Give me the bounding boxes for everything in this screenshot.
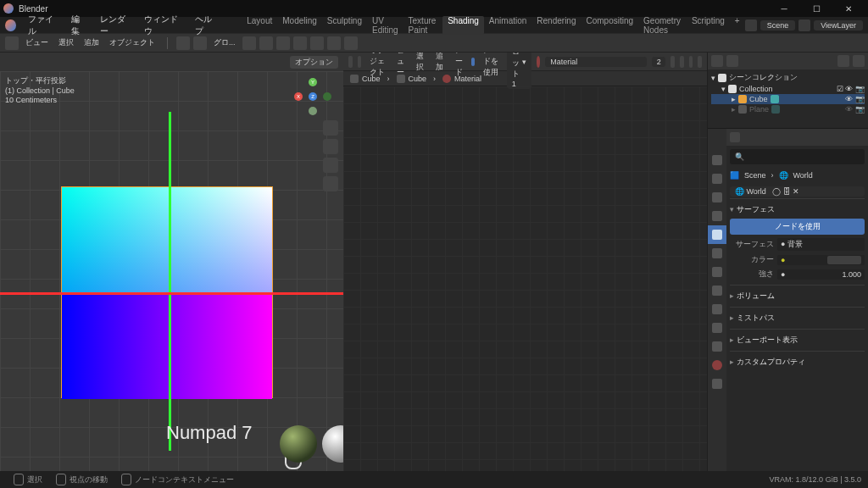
mat-pin-icon[interactable]: [670, 56, 675, 68]
world-strength[interactable]: ●1.000: [777, 269, 865, 280]
ptab-particles[interactable]: [708, 281, 726, 300]
ne-menu-select[interactable]: 選択: [413, 53, 427, 73]
move-icon[interactable]: [323, 139, 338, 154]
tab-modeling[interactable]: Modeling: [277, 16, 322, 35]
misc3-icon[interactable]: [344, 36, 358, 50]
options-button[interactable]: オプション: [290, 56, 338, 69]
menu-window[interactable]: ウィンドウ: [137, 14, 189, 37]
tab-shading[interactable]: Shading: [442, 16, 484, 35]
tab-compositing[interactable]: Compositing: [581, 16, 638, 35]
camera-icon[interactable]: [323, 158, 338, 173]
world-datablock[interactable]: 🌐 World ◯ 🗄 ✕: [730, 186, 865, 197]
outliner-cube[interactable]: ▸Cube👁 📷: [711, 94, 865, 104]
outliner-funnel-icon[interactable]: [853, 55, 865, 67]
world-color[interactable]: ●: [777, 255, 865, 265]
use-nodes-check[interactable]: [471, 58, 474, 66]
mat-users[interactable]: 2: [652, 57, 665, 67]
scene-icon: [745, 19, 757, 31]
ptab-material[interactable]: [708, 356, 726, 374]
surface-shader[interactable]: ● 背景: [777, 238, 865, 251]
viewlayer-icon: [798, 19, 810, 31]
ptab-constraints[interactable]: [708, 319, 726, 337]
panel-custom[interactable]: カスタムプロパティ: [730, 355, 865, 369]
outliner-type-icon[interactable]: [711, 55, 723, 67]
y-axis-line: [169, 112, 171, 451]
mode-icon[interactable]: [176, 36, 190, 50]
outliner-filter-icon[interactable]: [726, 55, 738, 67]
mat-shield-icon[interactable]: [680, 56, 684, 68]
menu-add[interactable]: 追加: [81, 37, 103, 48]
crumb-world[interactable]: World: [793, 171, 813, 180]
matpreview-hdri[interactable]: [280, 425, 317, 463]
outliner-scene-collection[interactable]: ▾シーンコレクション: [711, 71, 865, 84]
misc1-icon[interactable]: [310, 36, 324, 50]
slot-selector[interactable]: スロット1 ▾: [507, 53, 531, 89]
tab-uvediting[interactable]: UV Editing: [367, 16, 403, 35]
blender-logo-icon[interactable]: [5, 19, 16, 31]
material-selector[interactable]: Material: [545, 57, 647, 67]
tab-rendering[interactable]: Rendering: [531, 16, 581, 35]
shader-type-icon[interactable]: [358, 56, 362, 68]
menu-render[interactable]: レンダー: [93, 14, 137, 37]
crumb-mesh[interactable]: Cube: [397, 75, 427, 83]
ptab-viewlayer[interactable]: [708, 188, 726, 207]
maximize-button[interactable]: ☐: [800, 0, 832, 17]
panel-viewport[interactable]: ビューポート表示: [730, 333, 865, 347]
ptab-scene[interactable]: [708, 207, 726, 225]
menu-view[interactable]: ビュー: [22, 37, 52, 48]
ne-opt-icon[interactable]: [698, 56, 702, 68]
menu-help[interactable]: ヘルプ: [188, 14, 225, 37]
ptab-output[interactable]: [708, 169, 726, 188]
outliner[interactable]: ▾シーンコレクション ▾Collection☑ 👁 📷 ▸Cube👁 📷 ▸Pl…: [708, 53, 868, 129]
close-button[interactable]: ✕: [832, 0, 865, 17]
crumb-scene[interactable]: Scene: [744, 171, 766, 180]
ne-menu-add[interactable]: 追加: [432, 53, 447, 73]
snap-icon[interactable]: [242, 36, 256, 50]
scene-selector[interactable]: Scene: [760, 20, 796, 30]
node-canvas[interactable]: [343, 86, 707, 488]
prop-search[interactable]: 🔍: [730, 149, 865, 164]
persp-icon[interactable]: [323, 176, 338, 191]
menu-edit[interactable]: 編集: [64, 14, 93, 37]
outliner-plane[interactable]: ▸Plane👁 📷: [711, 104, 865, 114]
ptab-object[interactable]: [708, 244, 726, 263]
panel-mist[interactable]: ミストパス: [730, 311, 865, 325]
tab-scripting[interactable]: Scripting: [687, 16, 730, 35]
zoom-icon[interactable]: [323, 120, 338, 136]
nav-gizmo[interactable]: Y X Z: [294, 78, 331, 115]
pivot-icon[interactable]: [259, 36, 273, 50]
magnet-icon[interactable]: [293, 36, 307, 50]
tab-sculpting[interactable]: Sculpting: [322, 16, 367, 35]
proportional-icon[interactable]: [276, 36, 290, 50]
ptab-data[interactable]: [708, 337, 726, 356]
tab-layout[interactable]: Layout: [242, 16, 277, 35]
crumb-object[interactable]: Cube: [350, 75, 381, 83]
editor-type-icon[interactable]: [5, 36, 19, 50]
ptab-world[interactable]: [708, 225, 726, 244]
shader-editor-icon[interactable]: [348, 56, 353, 68]
panel-surface[interactable]: サーフェス: [730, 202, 865, 217]
tab-texturepaint[interactable]: Texture Paint: [403, 16, 443, 35]
minimize-button[interactable]: ─: [768, 0, 800, 17]
tool-icon[interactable]: [193, 36, 207, 50]
panel-volume[interactable]: ボリューム: [730, 289, 865, 303]
misc2-icon[interactable]: [327, 36, 341, 50]
menu-object[interactable]: オブジェクト: [106, 37, 159, 48]
menu-file[interactable]: ファイル: [21, 14, 65, 37]
menu-select[interactable]: 選択: [55, 37, 77, 48]
outliner-search-icon[interactable]: [837, 55, 849, 67]
ptab-texture[interactable]: [708, 374, 726, 393]
ptab-modifiers[interactable]: [708, 263, 726, 281]
tab-geonodes[interactable]: Geometry Nodes: [638, 16, 687, 35]
ptab-physics[interactable]: [708, 300, 726, 319]
use-nodes-button[interactable]: ノードを使用: [730, 219, 865, 235]
viewlayer-selector[interactable]: ViewLayer: [814, 20, 863, 30]
outliner-collection[interactable]: ▾Collection☑ 👁 📷: [711, 84, 865, 94]
crumb-material[interactable]: Material: [442, 75, 481, 83]
tab-add[interactable]: +: [730, 16, 745, 35]
orientation[interactable]: グロ...: [210, 37, 239, 48]
mat-x-icon[interactable]: [689, 56, 693, 68]
tab-animation[interactable]: Animation: [484, 16, 531, 35]
prop-type-icon[interactable]: [730, 132, 740, 142]
ptab-render[interactable]: [708, 151, 726, 169]
